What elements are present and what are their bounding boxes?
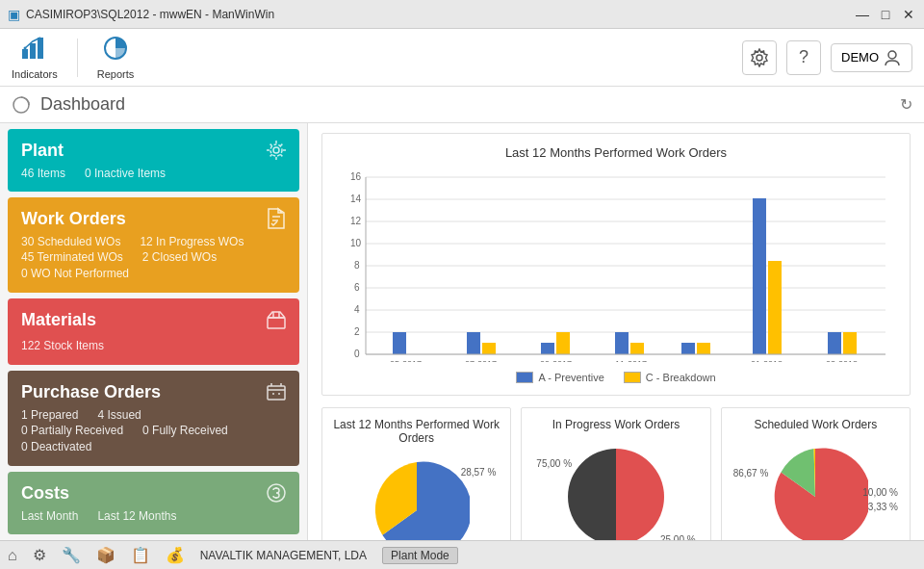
content-area: Last 12 Months Performed Work Orders 0 2… (308, 123, 924, 540)
materials-card-title: Materials (21, 310, 286, 330)
performed-pie-svg (364, 457, 470, 540)
workorders-row3: 0 WO Not Performed (21, 264, 286, 281)
company-name: NAVALTIK MANAGEMENT, LDA (200, 549, 367, 562)
purchase-card[interactable]: Purchase Orders 1 Prepared 4 Issued 0 Pa… (8, 371, 299, 466)
scheduled-pie-svg (762, 444, 868, 540)
workorders-row1: 30 Scheduled WOs 12 In Progress WOs (21, 235, 286, 248)
svg-text:4: 4 (354, 304, 360, 315)
maximize-button[interactable]: □ (878, 7, 893, 22)
close-button[interactable]: ✕ (901, 7, 916, 22)
dashboard-header: Dashboard ↻ (0, 87, 924, 123)
svg-text:11-2017: 11-2017 (615, 359, 647, 362)
svg-point-8 (273, 147, 279, 153)
scheduled-label3: 3,33 % (868, 502, 898, 512)
help-button[interactable]: ? (786, 40, 821, 75)
svg-text:8: 8 (354, 260, 360, 271)
workorders-card[interactable]: Work Orders 30 Scheduled WOs 12 In Progr… (8, 197, 299, 293)
svg-text:16: 16 (350, 171, 362, 182)
bar-chart-title: Last 12 Months Performed Work Orders (334, 145, 898, 160)
svg-rect-1 (30, 43, 36, 59)
settings-button[interactable] (742, 40, 777, 75)
scheduled-pie-container: 86,67 % 10,00 % 3,33 % (732, 439, 900, 540)
svg-rect-47 (681, 343, 695, 354)
toolbar-separator (77, 39, 78, 77)
purchase-row3: 0 Deactivated (21, 437, 286, 454)
scheduled-pie-title: Scheduled Work Orders (732, 418, 900, 431)
status-tools-icon[interactable]: 🔧 (62, 546, 81, 564)
legend-breakdown-label: C - Breakdown (646, 372, 716, 383)
demo-label: DEMO (841, 50, 879, 65)
mode-badge[interactable]: Plant Mode (382, 547, 458, 564)
svg-rect-44 (556, 332, 570, 354)
svg-text:05-2017: 05-2017 (390, 359, 422, 362)
svg-rect-45 (615, 332, 629, 354)
toolbar: Indicators Reports ? DEMO (0, 29, 924, 87)
svg-text:07-2017: 07-2017 (465, 359, 497, 362)
last-month: Last Month (21, 509, 78, 523)
status-box-icon[interactable]: 📦 (96, 546, 116, 564)
svg-rect-2 (38, 38, 43, 59)
status-list-icon[interactable]: 📋 (131, 546, 150, 564)
in-progress-label2: 25,00 % (660, 534, 696, 540)
costs-card[interactable]: Costs Last Month Last 12 Months (8, 472, 299, 534)
plant-stats: 46 Items 0 Inactive Items (21, 167, 286, 180)
bar-chart-legend: A - Preventive C - Breakdown (334, 372, 898, 383)
costs-icon (265, 481, 288, 510)
purchase-card-title: Purchase Orders (21, 382, 286, 402)
status-dollar-icon[interactable]: 💰 (166, 546, 185, 564)
dashboard-title: Dashboard (40, 94, 125, 115)
title-bar-left: ▣ CASIMIROP3\SQL2012 - mwwEN - ManWinWin (8, 7, 274, 22)
materials-icon (265, 308, 288, 337)
svg-text:12: 12 (350, 216, 362, 226)
title-bar-controls: — □ ✕ (855, 7, 916, 22)
refresh-button[interactable]: ↻ (900, 95, 912, 114)
last-12-months: Last 12 Months (97, 509, 176, 523)
svg-text:14: 14 (350, 194, 362, 204)
sidebar: Plant 46 Items 0 Inactive Items Work Ord… (0, 123, 308, 540)
legend-preventive-label: A - Preventive (538, 372, 603, 383)
indicators-icon (21, 36, 48, 66)
svg-rect-49 (753, 198, 766, 354)
closed-wos: 2 Closed WOs (142, 250, 217, 264)
scheduled-label2: 10,00 % (862, 487, 898, 498)
materials-card[interactable]: Materials 122 Stock Items (8, 298, 299, 365)
indicators-button[interactable]: Indicators (12, 36, 58, 80)
plant-icon (265, 139, 288, 168)
purchase-row2: 0 Partially Received 0 Fully Received (21, 424, 286, 437)
issued: 4 Issued (97, 408, 141, 422)
scheduled-wos: 30 Scheduled WOs (21, 235, 120, 248)
minimize-button[interactable]: — (855, 7, 870, 22)
title-bar: ▣ CASIMIROP3\SQL2012 - mwwEN - ManWinWin… (0, 0, 924, 29)
in-progress-pie-title: In Progress Work Orders (531, 418, 700, 431)
svg-rect-43 (541, 343, 554, 354)
svg-text:03-2018: 03-2018 (826, 359, 858, 362)
svg-rect-48 (697, 343, 710, 354)
svg-point-3 (23, 46, 26, 49)
svg-rect-42 (482, 343, 496, 354)
svg-rect-46 (630, 343, 644, 354)
title-bar-text: CASIMIROP3\SQL2012 - mwwEN - ManWinWin (26, 8, 274, 21)
in-progress-pie-container: 75,00 % 25,00 % (531, 439, 700, 540)
reports-button[interactable]: Reports (97, 36, 135, 80)
svg-rect-41 (467, 332, 480, 354)
performed-pie-card: Last 12 Months Performed Work Orders 71,… (321, 407, 511, 540)
svg-rect-12 (268, 318, 285, 328)
status-gear-icon[interactable]: ⚙ (33, 546, 46, 564)
status-home-icon[interactable]: ⌂ (8, 547, 17, 564)
reports-icon (103, 36, 128, 66)
pie-charts-row: Last 12 Months Performed Work Orders 71,… (321, 407, 911, 540)
materials-stats: 122 Stock Items (21, 336, 286, 353)
svg-point-6 (888, 51, 896, 59)
prepared: 1 Prepared (21, 408, 78, 422)
in-progress-pie-card: In Progress Work Orders 75,00 % 25,00 % (521, 407, 710, 540)
workorders-icon (265, 207, 288, 236)
plant-inactive: 0 Inactive Items (85, 167, 166, 180)
svg-text:2: 2 (354, 326, 360, 337)
demo-user-button[interactable]: DEMO (831, 43, 912, 72)
plant-card[interactable]: Plant 46 Items 0 Inactive Items (8, 129, 299, 192)
performed-pie-title: Last 12 Months Performed Work Orders (332, 418, 500, 445)
svg-rect-0 (22, 49, 28, 59)
legend-preventive-box (516, 372, 533, 383)
svg-text:09-2017: 09-2017 (540, 359, 572, 362)
svg-rect-39 (393, 332, 406, 354)
